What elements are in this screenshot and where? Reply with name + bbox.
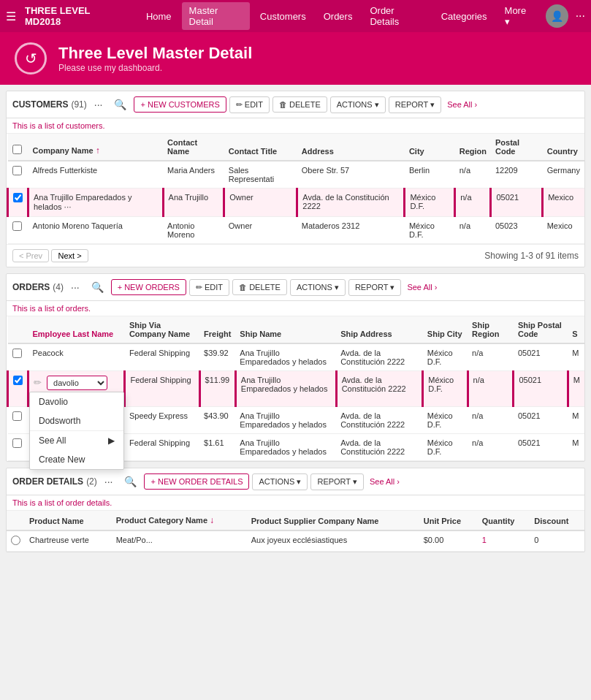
row-region: n/a (455, 161, 491, 189)
orders-search-icon[interactable]: 🔍 (87, 278, 108, 296)
see-all-orders[interactable]: See All › (407, 283, 437, 292)
delete-orders-button[interactable]: 🗑 DELETE (232, 279, 287, 295)
customers-search-icon[interactable]: 🔍 (110, 96, 131, 113)
col-company-name[interactable]: Company Name ↑ (28, 134, 164, 161)
top-nav: ☰ THREE LEVEL MD2018 Home Master Detail … (0, 0, 591, 32)
actions-customers-button[interactable]: ACTIONS ▾ (330, 96, 386, 113)
employee-select[interactable]: davolio Davolio Dodsworth (47, 376, 107, 390)
row-check[interactable] (8, 189, 28, 217)
col-city[interactable]: City (405, 134, 455, 161)
order-details-title: ORDER DETAILS (12, 476, 83, 487)
edit-orders-button[interactable]: ✏ EDIT (189, 279, 229, 296)
table-row[interactable]: ✏ davolio Davolio Dodsworth ··· Davolio … (8, 371, 585, 407)
nav-home[interactable]: Home (139, 8, 179, 25)
col-ship-name[interactable]: Ship Name (235, 316, 336, 343)
nav-categories[interactable]: Categories (434, 8, 495, 25)
row-employee-editing[interactable]: ✏ davolio Davolio Dodsworth ··· Davolio … (28, 371, 125, 407)
col-supplier-name[interactable]: Product Supplier Company Name (247, 511, 419, 530)
table-row[interactable]: Chartreuse verte Meat/Po... Aux joyeux e… (7, 530, 584, 552)
row-ship-city: México D.F. (423, 371, 468, 407)
row-ship-city: México D.F. (423, 343, 468, 371)
nav-more[interactable]: More ▾ (497, 2, 540, 30)
customers-select-all[interactable] (12, 145, 22, 154)
row-address: Obere Str. 57 (297, 161, 405, 189)
report-orders-button[interactable]: REPORT ▾ (348, 279, 402, 296)
report-order-details-button[interactable]: REPORT ▾ (310, 473, 364, 490)
od-check-header[interactable] (7, 511, 25, 530)
report-customers-button[interactable]: REPORT ▾ (389, 96, 442, 113)
customers-title: CUSTOMERS (12, 99, 68, 110)
table-row[interactable]: Alfreds Futterkiste Maria Anders Sales R… (8, 161, 585, 189)
nav-options-icon[interactable]: ··· (576, 9, 585, 23)
row-check[interactable] (8, 343, 28, 371)
table-row[interactable]: Peacock Federal Shipping $39.92 Ana Truj… (8, 343, 585, 371)
table-row[interactable]: Antonio Moreno Taquería Antonio Moreno O… (8, 217, 585, 244)
col-ship-via[interactable]: Ship Via Company Name (125, 316, 199, 343)
new-orders-button[interactable]: + NEW ORDERS (111, 279, 186, 295)
col-product-name[interactable]: Product Name (25, 511, 112, 530)
col-address[interactable]: Address (297, 134, 405, 161)
customers-dots[interactable]: ··· (90, 96, 107, 113)
col-country[interactable]: Country (543, 134, 584, 161)
customers-table: Company Name ↑ Contact Name Contact Titl… (7, 134, 584, 244)
orders-check-header[interactable] (8, 316, 28, 343)
edit-customers-button[interactable]: ✏ EDIT (229, 96, 270, 113)
see-all-customers[interactable]: See All › (447, 100, 477, 109)
row-check[interactable] (8, 217, 28, 244)
col-postal-code[interactable]: Postal Code (491, 134, 543, 161)
dropdown-davolio[interactable]: Davolio (30, 392, 123, 411)
actions-orders-button[interactable]: ACTIONS ▾ (290, 279, 346, 296)
new-customers-button[interactable]: + NEW CUSTOMERS (134, 96, 226, 113)
customers-check-header[interactable] (8, 134, 28, 161)
row-ship-country: M (568, 407, 584, 434)
col-ship-address[interactable]: Ship Address (336, 316, 423, 343)
col-ship-region[interactable]: Ship Region (468, 316, 514, 343)
col-discount[interactable]: Discount (530, 511, 584, 530)
table-row[interactable]: Ana Trujillo Emparedados y helados ··· A… (8, 189, 585, 217)
col-contact-title[interactable]: Contact Title (224, 134, 297, 161)
dropdown-dodsworth[interactable]: Dodsworth (30, 411, 123, 430)
col-ship-city[interactable]: Ship City (423, 316, 468, 343)
actions-order-details-button[interactable]: ACTIONS ▾ (252, 473, 308, 490)
col-ship-country[interactable]: S (568, 316, 584, 343)
col-ship-postal[interactable]: Ship Postal Code (514, 316, 568, 343)
order-details-search-icon[interactable]: 🔍 (120, 473, 141, 490)
row-ship-region: n/a (468, 434, 514, 461)
row-check[interactable] (8, 161, 28, 189)
col-unit-price[interactable]: Unit Price (419, 511, 478, 530)
row-freight: $11.99 (199, 371, 235, 407)
od-unit-price: $0.00 (419, 530, 478, 552)
nav-order-details[interactable]: Order Details (362, 2, 430, 30)
dropdown-see-all[interactable]: See All ▶ (30, 431, 123, 450)
row-ship-country: M (568, 343, 584, 371)
row-check[interactable] (8, 371, 28, 407)
edit-icon[interactable]: ✏ (34, 377, 42, 388)
delete-customers-button[interactable]: 🗑 DELETE (272, 96, 327, 113)
col-region[interactable]: Region (455, 134, 491, 161)
row-ship-postal: 05021 (514, 407, 568, 434)
user-avatar[interactable]: 👤 (546, 4, 568, 28)
orders-desc: This is a list of orders. (7, 301, 584, 316)
od-check[interactable] (7, 530, 25, 552)
col-freight[interactable]: Freight (199, 316, 235, 343)
orders-dots[interactable]: ··· (66, 278, 84, 296)
nav-orders[interactable]: Orders (316, 8, 360, 25)
dropdown-create-new[interactable]: Create New (30, 450, 123, 469)
see-all-order-details[interactable]: See All › (370, 477, 400, 486)
new-order-details-button[interactable]: + NEW ORDER DETAILS (144, 473, 249, 490)
row-dots[interactable]: ··· (64, 202, 72, 212)
col-category-name[interactable]: Product Category Name ↓ (112, 511, 247, 530)
col-contact-name[interactable]: Contact Name (163, 134, 224, 161)
nav-master-detail[interactable]: Master Detail (182, 2, 250, 30)
row-check[interactable] (8, 434, 28, 461)
hamburger-icon[interactable]: ☰ (6, 9, 16, 23)
col-employee[interactable]: Employee Last Name (28, 316, 125, 343)
row-check[interactable] (8, 407, 28, 434)
nav-customers[interactable]: Customers (253, 8, 313, 25)
order-details-dots[interactable]: ··· (100, 473, 118, 490)
page-title: Three Level Master Detail (58, 44, 252, 63)
next-customers-button[interactable]: Next > (51, 249, 88, 262)
orders-toolbar: ORDERS (4) ··· 🔍 + NEW ORDERS ✏ EDIT 🗑 D… (7, 274, 584, 301)
col-quantity[interactable]: Quantity (478, 511, 530, 530)
prev-customers-button[interactable]: < Prev (12, 249, 49, 262)
